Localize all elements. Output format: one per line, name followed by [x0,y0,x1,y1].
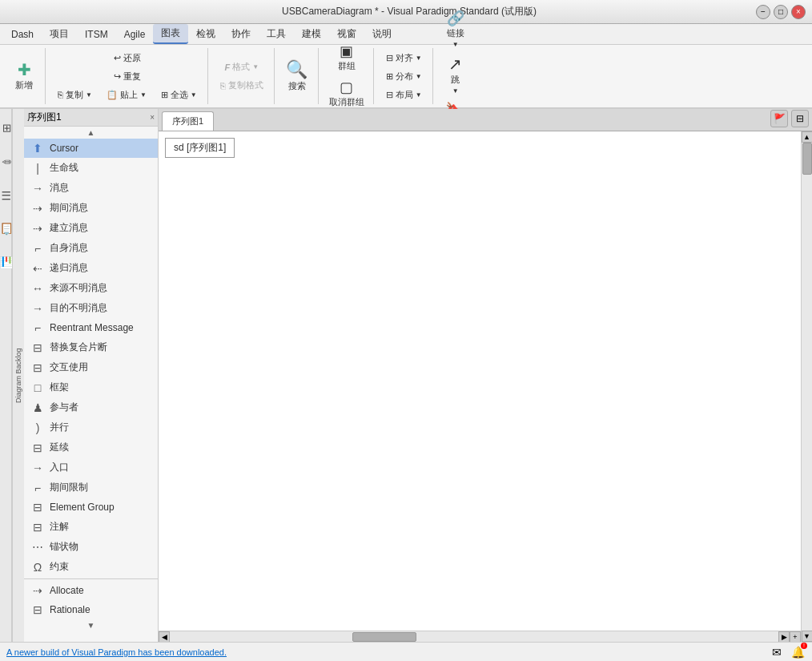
close-button[interactable]: × [791,5,806,19]
v-scroll-track[interactable] [802,143,813,631]
status-bar: A newer build of Visual Paradigm has bee… [0,642,812,661]
align-label: 对齐 [396,52,413,64]
h-scroll-track[interactable] [170,631,778,643]
left-tab-5[interactable]: 📊 [1,247,11,279]
selectall-button[interactable]: ⊞ 全选 ▼ [155,87,203,103]
ungroup-button[interactable]: ▢ 取消群组 [325,77,368,111]
minimize-button[interactable]: − [756,5,770,19]
canvas-tab-diagram[interactable]: 序列图1 [162,111,214,131]
anchor-icon: ⋯ [30,541,45,554]
vertical-scrollbar[interactable]: ▲ ▼ [801,131,812,642]
layout-button[interactable]: ⊟ 布局 ▼ [380,87,428,103]
menu-item-model[interactable]: 建模 [294,25,329,43]
palette-scroll-up[interactable]: ▲ [24,127,158,139]
palette-item-create-msg[interactable]: ⇢ 建立消息 [24,218,158,238]
palette-item-annotation[interactable]: ⊟ 注解 [24,517,158,537]
scroll-up-arrow[interactable]: ▲ [802,131,813,143]
palette-item-unknown-source[interactable]: ↔ 来源不明消息 [24,278,158,298]
palette-item-message[interactable]: → 消息 [24,178,158,198]
notification-badge[interactable]: 🔔 ! [790,644,806,660]
undo-label: 还原 [123,52,141,64]
canvas-action-2[interactable]: ⊟ [791,110,809,127]
palette-item-concurrent[interactable]: ) 并行 [24,417,158,437]
v-scroll-thumb[interactable] [802,143,812,175]
menu-item-collab[interactable]: 协作 [223,25,259,43]
new-button[interactable]: ✚ 新增 [8,58,40,95]
palette-item-return-msg[interactable]: ⇠ 递归消息 [24,258,158,278]
palette-item-unknown-dest[interactable]: → 目的不明消息 [24,298,158,318]
maximize-button[interactable]: □ [774,5,788,19]
palette-item-continuation[interactable]: ⊟ 延续 [24,437,158,457]
distribute-button[interactable]: ⊞ 分布 ▼ [380,68,428,85]
canvas-inner[interactable]: sd [序列图1] [159,131,801,631]
menu-item-tools[interactable]: 工具 [259,25,294,43]
format-button[interactable]: F 格式 ▼ [219,58,264,75]
copy-button[interactable]: ⎘ 复制 ▼ [52,87,98,103]
constraint-icon: Ω [30,561,45,574]
lifeline-icon: | [30,162,45,175]
diagram-backlog-panel[interactable]: Diagram Backlog [12,109,24,642]
menu-item-review[interactable]: 检视 [188,25,223,43]
left-tab-1[interactable]: ⊞ [1,112,11,144]
paste-label: 贴上 [120,89,138,101]
menu-item-project[interactable]: 项目 [42,25,77,43]
palette-item-participant[interactable]: ♟ 参与者 [24,397,158,417]
toolbar-group-nav: 🔗 链接 ▼ ↗ 跳 ▼ 🔖 书签 ▼ [435,48,476,104]
palette-item-anchor[interactable]: ⋯ 锚状物 [24,537,158,557]
h-scroll-thumb[interactable] [352,632,416,642]
group-icon: ▣ [340,44,353,58]
email-icon[interactable]: ✉ [769,644,785,660]
selectall-icon: ⊞ [161,90,168,100]
menu-item-help[interactable]: 说明 [364,25,400,43]
unknown-source-icon: ↔ [30,282,45,295]
scroll-down-arrow[interactable]: ▼ [802,631,813,642]
left-tab-2[interactable]: ✏ [1,146,11,178]
palette-item-interaction-use[interactable]: ⊟ 交互使用 [24,357,158,377]
palette-scroll-down[interactable]: ▼ [24,619,158,631]
link-label: 链接 [447,27,464,39]
palette-item-element-group[interactable]: ⊟ Element Group [24,498,158,517]
palette-item-alt-fragment[interactable]: ⊟ 替换复合片断 [24,337,158,357]
menu-item-agile[interactable]: Agile [116,26,154,42]
format-label: 格式 [232,61,250,73]
palette-item-lifeline[interactable]: | 生命线 [24,158,158,178]
paste-button[interactable]: 📋 贴上 ▼ [101,87,152,103]
undo-button[interactable]: ↩ 还原 [108,50,147,67]
menu-item-diagram[interactable]: 图表 [153,24,188,44]
palette-item-rationale[interactable]: ⊟ Rationale [24,600,158,619]
canvas-corner-btn[interactable]: + [790,631,801,643]
palette-item-allocate[interactable]: ⇢ Allocate [24,581,158,600]
palette-item-duration-limit[interactable]: ⌐ 期间限制 [24,478,158,498]
scroll-left-arrow[interactable]: ◀ [159,631,170,643]
frame-icon: □ [30,381,45,394]
palette-item-duration-msg[interactable]: ⇢ 期间消息 [24,198,158,218]
palette-item-frame[interactable]: □ 框架 [24,377,158,397]
align-button[interactable]: ⊟ 对齐 ▼ [380,50,428,67]
canvas-tab-bar: 序列图1 🚩 ⊟ [159,109,812,131]
title-bar: USBCameraDiagram * - Visual Paradigm Sta… [0,0,812,24]
duration-msg-icon: ⇢ [30,202,45,215]
menu-item-dash[interactable]: Dash [3,26,42,42]
status-right: ✉ 🔔 ! [769,644,806,660]
badge-dot: ! [801,643,807,649]
palette-item-entry[interactable]: → 入口 [24,457,158,478]
search-button[interactable]: 🔍 搜索 [281,58,313,95]
horizontal-scrollbar[interactable]: ◀ ▶ + [159,631,801,642]
canvas-action-1[interactable]: 🚩 [770,110,788,127]
palette-item-self-msg[interactable]: ⌐ 自身消息 [24,238,158,258]
link-button[interactable]: 🔗 链接 ▼ [440,8,472,51]
left-tab-4[interactable]: 📋 [1,213,11,245]
window-controls[interactable]: − □ × [756,5,806,19]
ungroup-label: 取消群组 [329,96,364,108]
palette-item-constraint[interactable]: Ω 约束 [24,557,158,577]
copy-format-button[interactable]: ⎘ 复制格式 [215,77,269,94]
left-tab-3[interactable]: ☰ [1,179,11,212]
group-button[interactable]: ▣ 群组 [331,41,363,75]
status-message[interactable]: A newer build of Visual Paradigm has bee… [6,647,769,657]
palette-item-reentrant-msg[interactable]: ⌐ Reentrant Message [24,318,158,337]
palette-item-cursor[interactable]: ⬆ Cursor [24,139,158,158]
redo-button[interactable]: ↪ 重复 [108,68,147,85]
scroll-right-arrow[interactable]: ▶ [778,631,790,643]
jump-button[interactable]: ↗ 跳 ▼ [440,53,472,98]
menu-item-itsm[interactable]: ITSM [77,26,116,42]
